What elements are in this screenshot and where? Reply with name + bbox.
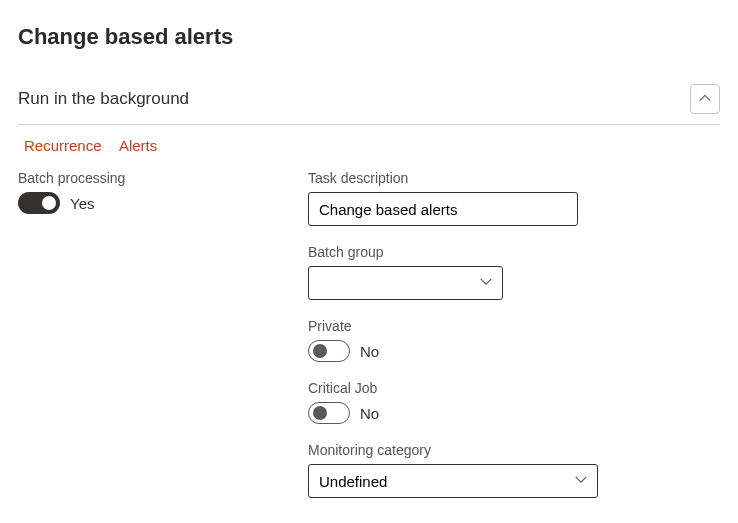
batch-group-label: Batch group bbox=[308, 244, 720, 260]
private-value: No bbox=[360, 343, 379, 360]
critical-job-toggle[interactable] bbox=[308, 402, 350, 424]
task-description-input[interactable] bbox=[308, 192, 578, 226]
section-header: Run in the background bbox=[18, 80, 720, 125]
recurrence-link[interactable]: Recurrence bbox=[24, 137, 102, 154]
batch-processing-label: Batch processing bbox=[18, 170, 308, 186]
private-label: Private bbox=[308, 318, 720, 334]
private-toggle[interactable] bbox=[308, 340, 350, 362]
monitoring-category-label: Monitoring category bbox=[308, 442, 720, 458]
chevron-up-icon bbox=[698, 91, 712, 108]
section-title: Run in the background bbox=[18, 89, 189, 109]
monitoring-category-select[interactable] bbox=[308, 464, 598, 498]
batch-group-select[interactable] bbox=[308, 266, 503, 300]
column-left: Batch processing Yes bbox=[18, 170, 308, 516]
batch-processing-toggle[interactable] bbox=[18, 192, 60, 214]
form-area: Batch processing Yes Task description Ba… bbox=[18, 168, 720, 516]
critical-job-label: Critical Job bbox=[308, 380, 720, 396]
links-row: Recurrence Alerts bbox=[18, 125, 720, 168]
task-description-label: Task description bbox=[308, 170, 720, 186]
critical-job-value: No bbox=[360, 405, 379, 422]
batch-processing-value: Yes bbox=[70, 195, 94, 212]
collapse-button[interactable] bbox=[690, 84, 720, 114]
alerts-link[interactable]: Alerts bbox=[119, 137, 157, 154]
column-right: Task description Batch group Private No bbox=[308, 170, 720, 516]
page-title: Change based alerts bbox=[18, 24, 720, 50]
